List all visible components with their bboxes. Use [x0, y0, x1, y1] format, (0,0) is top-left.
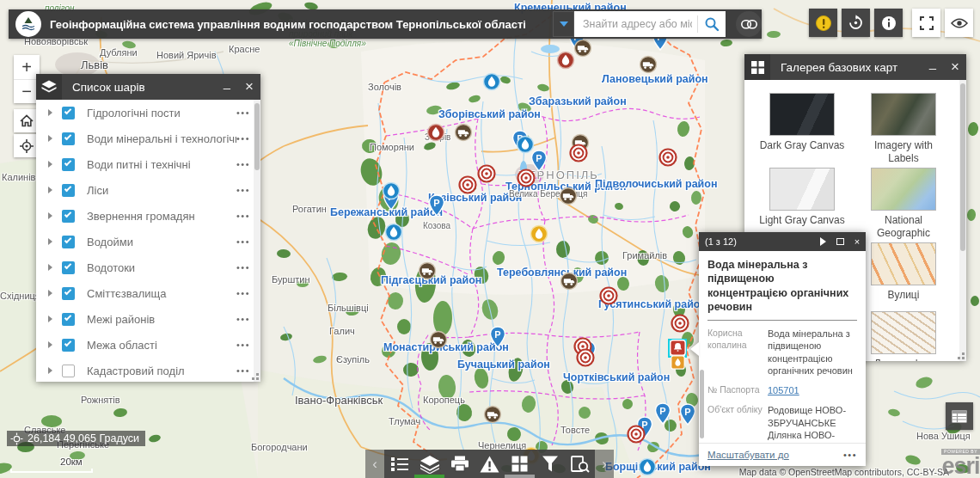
basemap-thumbnail[interactable] [769, 168, 835, 211]
layer-checkbox[interactable] [62, 365, 75, 377]
basemap-gallery-close-button[interactable]: × [944, 54, 966, 80]
layer-list-minimize-button[interactable]: – [216, 74, 238, 100]
attribute-table-button[interactable] [946, 402, 973, 430]
layer-menu-button[interactable]: ••• [236, 133, 250, 144]
coordinate-widget[interactable]: 26,184 49,065 Градуси [7, 431, 145, 446]
layer-menu-button[interactable]: ••• [236, 159, 250, 169]
layer-row: Межа області••• [36, 332, 260, 358]
layer-label: Звернення громадян [87, 210, 236, 223]
basemap-item[interactable]: National Geographic [861, 168, 946, 240]
field-value: Вода мінеральна з підвищеною концентраці… [768, 328, 857, 377]
toolbar-prev-button[interactable]: ‹ [365, 450, 384, 478]
warning-button[interactable] [475, 450, 505, 478]
layer-checkbox[interactable] [62, 236, 75, 248]
zoom-to-link[interactable]: Масштабувати до [707, 450, 843, 460]
basemap-item[interactable]: Light Gray Canvas [759, 168, 845, 227]
scale-bar: 20км [10, 457, 93, 473]
popup-scrollbar[interactable] [700, 370, 704, 438]
layer-list-header: Список шарів – × [36, 74, 260, 100]
layer-checkbox[interactable] [62, 339, 75, 352]
layer-list-button[interactable] [414, 450, 444, 478]
layer-menu-button[interactable]: ••• [236, 365, 250, 376]
coin-exclamation-icon [815, 15, 832, 32]
layer-menu-button[interactable]: ••• [236, 262, 250, 273]
expand-arrow-icon[interactable] [48, 161, 52, 168]
expand-arrow-icon[interactable] [48, 316, 52, 322]
expand-arrow-icon[interactable] [48, 290, 52, 297]
basemap-thumbnail[interactable] [871, 311, 936, 354]
expand-arrow-icon[interactable] [48, 135, 52, 142]
layer-list-resize-grip[interactable] [256, 377, 259, 380]
query-button[interactable] [565, 450, 595, 478]
app-header: Геоінформаційна система управління водни… [9, 9, 762, 39]
expand-arrow-icon[interactable] [48, 238, 52, 245]
search-icon [704, 16, 720, 32]
basemap-label: Dark Gray Canvas [759, 139, 845, 152]
layer-label: Водойми [87, 236, 236, 248]
basemap-gallery-minimize-button[interactable]: – [922, 54, 944, 80]
basemap-thumbnail[interactable] [871, 242, 936, 285]
refresh-widget-button[interactable] [842, 9, 870, 37]
basemap-label: Вулиці [861, 289, 946, 302]
expand-arrow-icon[interactable] [48, 264, 52, 271]
layer-menu-button[interactable]: ••• [236, 340, 250, 350]
visibility-button[interactable] [945, 9, 973, 37]
layer-menu-button[interactable]: ••• [236, 288, 250, 298]
legend-button[interactable] [384, 450, 414, 478]
chevron-down-icon [560, 21, 568, 27]
popup-maximize-button[interactable] [831, 232, 848, 251]
table-icon [952, 410, 967, 423]
share-link-button[interactable] [736, 11, 762, 37]
layer-checkbox[interactable] [62, 132, 75, 145]
expand-arrow-icon[interactable] [48, 341, 52, 348]
layer-label: Ліси [87, 184, 236, 197]
print-button[interactable] [444, 450, 475, 478]
search-source-dropdown[interactable] [553, 11, 574, 37]
basemap-item[interactable]: Ландшафт з [861, 311, 946, 361]
layer-menu-button[interactable]: ••• [236, 236, 250, 247]
fullscreen-button[interactable] [912, 9, 940, 37]
basemap-item[interactable]: Imagery with Labels [861, 93, 946, 165]
popup-next-button[interactable] [814, 232, 831, 251]
search-input[interactable] [574, 11, 697, 37]
alerts-widget-button[interactable] [809, 9, 837, 37]
layer-row: Води мінеральні і технологічні••• [36, 126, 260, 151]
basemap-item[interactable]: Dark Gray Canvas [759, 93, 845, 152]
layer-checkbox[interactable] [62, 107, 75, 120]
popup-actions-button[interactable]: ••• [843, 450, 857, 460]
popup-footer: Масштабувати до ••• [699, 443, 866, 466]
layer-checkbox[interactable] [62, 261, 75, 274]
layer-menu-button[interactable]: ••• [236, 185, 250, 195]
layer-menu-button[interactable]: ••• [236, 211, 250, 221]
layer-menu-button[interactable]: ••• [236, 314, 250, 324]
layer-list-scrollbar[interactable] [254, 100, 260, 382]
popup-close-button[interactable]: × [848, 232, 866, 251]
layer-menu-button[interactable]: ••• [236, 107, 250, 118]
search-button[interactable] [698, 11, 726, 37]
basemap-thumbnail[interactable] [871, 93, 936, 136]
filter-button[interactable] [535, 450, 565, 478]
expand-arrow-icon[interactable] [48, 187, 52, 193]
layer-checkbox[interactable] [62, 184, 75, 197]
basemap-gallery-button[interactable] [505, 450, 535, 478]
layer-checkbox[interactable] [62, 210, 75, 223]
basemap-gallery-resize-grip[interactable] [962, 357, 965, 359]
field-value[interactable]: 105701 [768, 384, 857, 396]
layer-row: Гідрологічні пости••• [36, 100, 260, 126]
basemap-gallery-scrollbar[interactable] [959, 80, 966, 361]
toolbar-next-button[interactable]: › [595, 450, 614, 478]
layer-checkbox[interactable] [62, 158, 75, 171]
layer-checkbox[interactable] [62, 313, 75, 326]
basemap-item[interactable]: Вулиці [861, 242, 946, 302]
basemap-thumbnail[interactable] [871, 168, 936, 211]
expand-arrow-icon[interactable] [48, 109, 52, 116]
basemap-thumbnail[interactable] [769, 93, 835, 136]
expand-arrow-icon[interactable] [48, 367, 52, 374]
popup-field-row: Об'єкт облікуРодовище НОВО-ЗБРУЧАНСЬКЕ Д… [707, 404, 857, 443]
layer-checkbox[interactable] [62, 287, 75, 300]
field-value: Родовище НОВО-ЗБРУЧАНСЬКЕ Ділянка НОВО-З… [768, 404, 857, 443]
field-label: № Паспорта [707, 384, 768, 396]
layer-list-close-button[interactable]: × [238, 74, 260, 100]
info-button[interactable] [874, 9, 903, 37]
expand-arrow-icon[interactable] [48, 212, 52, 219]
